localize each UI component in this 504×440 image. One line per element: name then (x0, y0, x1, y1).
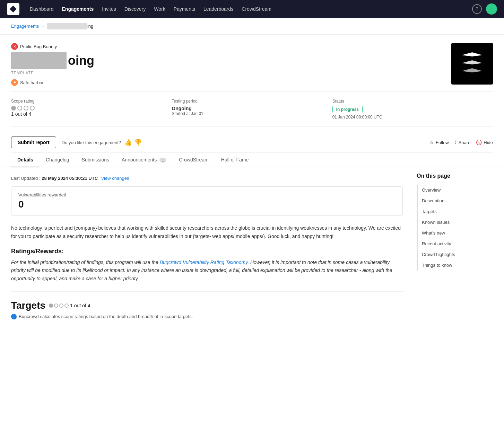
on-this-page-list: Overview Description Targets Known issue… (417, 185, 493, 271)
nav-work[interactable]: Work (150, 4, 168, 14)
follow-link[interactable]: ☆ Follow (429, 140, 449, 145)
public-bounty-icon: ✕ (11, 43, 18, 50)
nav-crowdstream[interactable]: CrowdStream (238, 4, 275, 14)
layer-1 (462, 52, 483, 59)
nav-invites[interactable]: Invites (98, 4, 119, 14)
targets-dot-2 (54, 303, 58, 308)
stacked-layers-icon (462, 52, 483, 75)
nav-dashboard[interactable]: Dashboard (26, 4, 57, 14)
program-template-label: TEMPLATE (11, 71, 451, 75)
nav-payments[interactable]: Payments (170, 4, 199, 14)
nav-discovery[interactable]: Discovery (121, 4, 149, 14)
targets-scope-note: Bugcrowd calculates scope ratings based … (19, 314, 193, 319)
breadcrumb: Engagements › ing (0, 18, 504, 35)
status-date: 01 Jan 2024 00:00:00 UTC (332, 115, 493, 120)
on-this-page-title: On this page (417, 173, 493, 179)
targets-dot-3 (59, 303, 63, 308)
ratings-text-before: For the initial prioritization/rating of… (11, 259, 160, 265)
program-title-wrapper: oing (11, 52, 451, 69)
tabs-bar: Details Changelog Submissions Announceme… (0, 153, 504, 167)
follow-label: Follow (436, 140, 449, 145)
share-link[interactable]: ⤴ Share (454, 140, 471, 145)
program-title-visible: oing (68, 53, 94, 68)
hide-label: Hide (484, 140, 493, 145)
last-updated-value: 28 May 2024 05:30:21 UTC (42, 176, 98, 181)
tab-crowdstream[interactable]: CrowdStream (173, 153, 215, 167)
scope-rating-label: Scope rating (11, 99, 172, 104)
bvrt-link[interactable]: Bugcrowd Vulnerability Rating Taxonomy (160, 259, 247, 265)
last-updated-label: Last Updated : (11, 176, 41, 181)
targets-scope-dots (49, 303, 69, 308)
testing-started: Started at Jan 01 (172, 111, 332, 116)
targets-heading: Targets 1 out of 4 (11, 300, 403, 311)
eye-off-icon: 🚫 (476, 140, 482, 145)
info-icon: i (11, 314, 17, 319)
description-text: No technology is perfect and {company} b… (11, 224, 403, 241)
status-label: Status (332, 99, 493, 104)
tab-details[interactable]: Details (11, 153, 40, 167)
program-header-left: ✕ Public Bug Bounty oing TEMPLATE ⚑ Safe… (11, 43, 451, 86)
vuln-count: 0 (18, 199, 396, 210)
scope-rating-block: Scope rating 1 out of 4 (11, 99, 172, 120)
content-left: ✕ Public Bug Bounty oing TEMPLATE ⚑ Safe… (11, 43, 493, 153)
on-this-page-description[interactable]: Description (418, 195, 493, 206)
targets-scope-value: 1 out of 4 (70, 303, 90, 308)
tab-announcements[interactable]: Announcements 1 (115, 153, 173, 167)
targets-scope-info: i Bugcrowd calculates scope ratings base… (11, 314, 403, 319)
on-this-page-whats-new[interactable]: What's new (418, 228, 493, 238)
testing-period-block: Testing period Ongoing Started at Jan 01 (172, 99, 332, 120)
on-this-page-crowd-highlights[interactable]: Crowd highlights (418, 249, 493, 260)
vuln-label: Vulnerabilities rewarded (18, 192, 396, 197)
program-logo (451, 43, 493, 85)
action-bar: Submit report Do you like this engagemen… (11, 132, 493, 153)
page-wrapper: Engagements › ing ✕ Public Bug Bounty oi… (0, 18, 504, 440)
breadcrumb-separator: › (42, 24, 44, 29)
navbar: Dashboard Engagements Invites Discovery … (0, 0, 504, 18)
on-this-page-targets[interactable]: Targets (418, 206, 493, 217)
view-changes-link[interactable]: View changes (101, 176, 129, 181)
engagement-question: Do you like this engagement? (62, 140, 121, 145)
ratings-heading: Ratings/Rewards: (11, 248, 403, 255)
app-logo[interactable] (7, 3, 19, 15)
program-type-label: Public Bug Bounty (20, 44, 57, 49)
breadcrumb-parent[interactable]: Engagements (11, 24, 39, 29)
tab-hall-of-fame[interactable]: Hall of Fame (215, 153, 255, 167)
breadcrumb-suffix: ing (87, 24, 93, 29)
on-this-page-overview[interactable]: Overview (418, 185, 493, 195)
section-divider (11, 291, 403, 292)
details-wrapper: Last Updated : 28 May 2024 05:30:21 UTC … (0, 173, 504, 331)
star-icon: ☆ (429, 140, 434, 145)
targets-dot-1 (49, 303, 53, 308)
program-header: ✕ Public Bug Bounty oing TEMPLATE ⚑ Safe… (11, 43, 493, 86)
share-icon: ⤴ (454, 140, 457, 145)
testing-period-label: Testing period (172, 99, 332, 104)
testing-period-value: Ongoing (172, 106, 332, 111)
dot-1 (11, 106, 16, 111)
status-badge: In progress (332, 106, 363, 113)
main-area: ✕ Public Bug Bounty oing TEMPLATE ⚑ Safe… (0, 35, 504, 153)
details-main: Last Updated : 28 May 2024 05:30:21 UTC … (11, 173, 403, 319)
help-icon[interactable]: ? (472, 4, 482, 14)
targets-dot-4 (64, 303, 69, 308)
on-this-page-known-issues[interactable]: Known issues (418, 217, 493, 228)
ratings-text: For the initial prioritization/rating of… (11, 258, 403, 283)
tab-submissions[interactable]: Submissions (76, 153, 115, 167)
hide-link[interactable]: 🚫 Hide (476, 140, 493, 145)
safe-harbor-icon: ⚑ (11, 79, 18, 86)
thumbs-down-button[interactable]: 👎 (134, 139, 142, 146)
share-label: Share (459, 140, 471, 145)
thumbs-up-button[interactable]: 👍 (124, 139, 132, 146)
on-this-page-sidebar: On this page Overview Description Target… (417, 173, 493, 319)
scope-rating-value: 1 out of 4 (11, 111, 172, 117)
on-this-page-recent-activity[interactable]: Recent activity (418, 238, 493, 249)
nav-engagements[interactable]: Engagements (59, 4, 97, 14)
program-title-blurred (11, 52, 67, 69)
nav-leaderboards[interactable]: Leaderboards (200, 4, 237, 14)
tab-changelog[interactable]: Changelog (40, 153, 76, 167)
breadcrumb-current-blur (47, 23, 87, 29)
on-this-page-things-to-know[interactable]: Things to know (418, 260, 493, 271)
submit-report-button[interactable]: Submit report (11, 137, 56, 148)
action-bar-right: ☆ Follow ⤴ Share 🚫 Hide (429, 140, 493, 145)
user-avatar[interactable] (486, 3, 497, 15)
scope-dots (11, 106, 172, 111)
